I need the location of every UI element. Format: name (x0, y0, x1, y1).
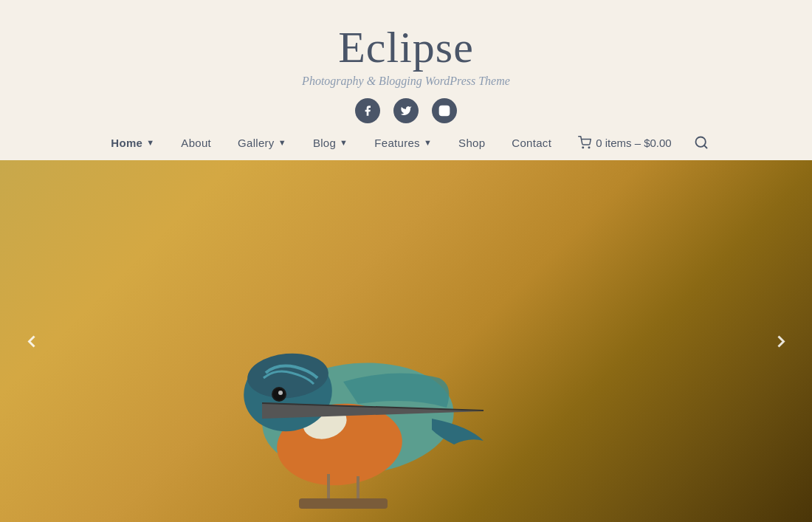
cart-button[interactable]: 0 items – $0.00 (565, 136, 685, 149)
svg-point-2 (582, 147, 584, 148)
slider-image (0, 160, 812, 522)
nav-item-contact[interactable]: Contact (498, 137, 565, 149)
next-arrow-icon (771, 331, 791, 351)
page-wrapper: Eclipse Photography & Blogging WordPress… (0, 0, 812, 522)
svg-rect-16 (299, 498, 388, 509)
nav-item-about[interactable]: About (168, 137, 224, 149)
svg-point-3 (588, 147, 590, 148)
nav-item-blog[interactable]: Blog ▼ (300, 137, 361, 149)
search-button[interactable] (685, 135, 715, 150)
site-title: Eclipse (338, 22, 474, 73)
social-icons (355, 98, 457, 123)
facebook-icon[interactable] (355, 98, 380, 123)
blog-chevron-icon: ▼ (340, 138, 348, 147)
gallery-chevron-icon: ▼ (278, 138, 286, 147)
slider-prev-button[interactable] (15, 325, 48, 358)
slider-next-button[interactable] (764, 325, 797, 358)
nav-item-gallery[interactable]: Gallery ▼ (224, 137, 300, 149)
search-icon (694, 135, 709, 150)
svg-line-5 (704, 145, 707, 148)
hero-slider (0, 160, 812, 522)
site-tagline: Photography & Blogging WordPress Theme (302, 75, 510, 88)
site-nav: Home ▼ About Gallery ▼ Blog ▼ Features ▼… (0, 123, 812, 160)
kingfisher-bird (122, 249, 639, 522)
nav-item-shop[interactable]: Shop (445, 137, 498, 149)
site-header: Eclipse Photography & Blogging WordPress… (0, 0, 812, 123)
features-chevron-icon: ▼ (424, 138, 432, 147)
svg-point-13 (278, 391, 283, 395)
home-chevron-icon: ▼ (146, 138, 154, 147)
nav-item-home[interactable]: Home ▼ (97, 137, 168, 149)
twitter-icon[interactable] (393, 98, 419, 123)
nav-item-features[interactable]: Features ▼ (361, 137, 445, 149)
instagram-icon[interactable] (432, 98, 457, 123)
cart-label: 0 items – $0.00 (596, 137, 672, 149)
prev-arrow-icon (21, 331, 42, 351)
cart-icon (578, 136, 591, 149)
